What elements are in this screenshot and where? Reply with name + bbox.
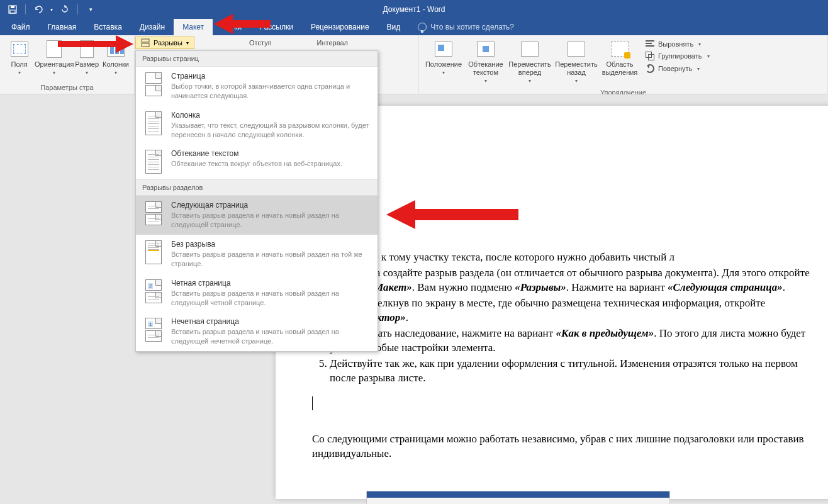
title-bar: ▾ ▾ Документ1 - Word	[0, 0, 828, 19]
list-item: Действуйте так же, как при удалении офор…	[330, 357, 817, 386]
next-page-icon	[145, 201, 162, 213]
annotation-arrow-menu	[386, 199, 518, 230]
group-label: Параметры стра	[0, 82, 134, 94]
even-page-icon	[145, 279, 162, 291]
tab-review[interactable]: Рецензирование	[302, 19, 378, 35]
text-wrap-icon	[145, 150, 162, 174]
breaks-icon	[141, 38, 150, 47]
document-workspace[interactable]: Перейдите к тому участку текста, после к…	[0, 94, 828, 504]
tell-me-label: Что вы хотите сделать?	[430, 23, 514, 31]
break-page-item[interactable]: Страница Выбор точки, в которой заканчив…	[136, 67, 378, 106]
group-arrange: Положение ▾ Обтекание текстом ▾ Перемест…	[419, 35, 828, 94]
section-next-page-item[interactable]: Следующая страница Вставить разрыв разде…	[136, 196, 378, 235]
align-button[interactable]: Выровнять▾	[643, 39, 712, 49]
tab-home[interactable]: Главная	[39, 19, 86, 35]
quick-access-toolbar: ▾ ▾	[0, 2, 103, 17]
caret-icon: ▾	[18, 70, 21, 76]
list-item: Перейдите к тому участку текста, после к…	[330, 250, 817, 265]
svg-rect-3	[142, 39, 149, 42]
selection-pane-button[interactable]: Область выделения	[600, 38, 639, 78]
tab-insert[interactable]: Вставка	[85, 19, 131, 35]
ribbon-tabs: Файл Главная Вставка Дизайн Макет ки Рас…	[0, 19, 828, 35]
svg-marker-6	[58, 35, 133, 53]
annotation-arrow-breaks	[58, 35, 133, 53]
svg-rect-1	[11, 6, 14, 8]
backward-icon	[568, 42, 585, 57]
list-item: Чтобы убрать наследование, нажмите на ва…	[330, 327, 817, 356]
margins-icon	[11, 42, 28, 57]
tab-design[interactable]: Дизайн	[131, 19, 174, 35]
svg-rect-4	[142, 43, 149, 47]
undo-icon[interactable]	[31, 2, 46, 17]
wrap-text-button[interactable]: Обтекание текстом ▾	[466, 38, 506, 85]
tab-view[interactable]: Вид	[378, 19, 410, 35]
position-button[interactable]: Положение ▾	[423, 38, 464, 77]
section-even-page-item[interactable]: Четная страница Вставить разрыв раздела …	[136, 274, 378, 313]
send-backward-button[interactable]: Переместить назад ▾	[554, 38, 599, 85]
selection-icon	[611, 42, 629, 57]
bulb-icon	[418, 23, 427, 31]
group-button[interactable]: Группировать▾	[643, 50, 712, 62]
column-break-icon	[145, 111, 162, 135]
caret-icon: ▾	[186, 40, 189, 46]
rotate-icon	[646, 64, 654, 73]
paragraph: Со следующими страницами можно работать …	[312, 432, 817, 461]
page-break-icon	[145, 72, 162, 84]
list-item: Дважды щелкнув по экрану в месте, где об…	[330, 296, 817, 325]
svg-rect-2	[10, 10, 15, 13]
position-icon	[435, 42, 452, 57]
undo-dropdown-icon[interactable]: ▾	[48, 2, 55, 17]
bring-forward-button[interactable]: Переместить вперед ▾	[507, 38, 552, 85]
save-icon[interactable]	[5, 2, 20, 17]
forward-icon	[521, 42, 539, 57]
group-icon	[646, 52, 654, 60]
rotate-button[interactable]: Повернуть▾	[643, 63, 712, 74]
break-column-item[interactable]: Колонка Указывает, что текст, следующий …	[136, 106, 378, 145]
wrap-icon	[477, 42, 495, 57]
tell-me[interactable]: Что вы хотите сделать?	[418, 19, 514, 35]
tab-file[interactable]: Файл	[3, 19, 39, 35]
dropdown-section-header: Разрывы разделов	[136, 179, 378, 196]
section-odd-page-item[interactable]: Нечетная страница Вставить разрыв раздел…	[136, 312, 378, 351]
align-icon	[646, 40, 654, 48]
break-text-wrap-item[interactable]: Обтекание текстом Обтекание текста вокру…	[136, 144, 378, 179]
instruction-list: Перейдите к тому участку текста, после к…	[312, 250, 817, 385]
embedded-image	[366, 491, 670, 504]
svg-marker-7	[386, 200, 518, 229]
continuous-icon	[145, 240, 162, 264]
breaks-dropdown: Разрывы страниц Страница Выбор точки, в …	[135, 50, 378, 352]
odd-page-icon	[145, 318, 162, 329]
qat-customize-icon[interactable]: ▾	[83, 2, 98, 17]
breaks-button[interactable]: Разрывы ▾	[135, 36, 194, 49]
margins-button[interactable]: Поля ▾	[4, 38, 35, 77]
redo-icon[interactable]	[57, 2, 72, 17]
breaks-label: Разрывы	[154, 39, 182, 47]
annotation-arrow-top	[214, 11, 271, 36]
indent-fields: Отступ	[245, 38, 276, 50]
document-title: Документ1 - Word	[383, 5, 445, 14]
list-item: Для начала создайте разрыв раздела (он о…	[330, 266, 817, 295]
dropdown-section-header: Разрывы страниц	[136, 51, 378, 67]
tab-layout[interactable]: Макет	[174, 19, 213, 35]
section-continuous-item[interactable]: Без разрыва Вставить разрыв раздела и на…	[136, 235, 378, 274]
text-cursor	[312, 396, 313, 410]
svg-marker-5	[214, 14, 271, 34]
